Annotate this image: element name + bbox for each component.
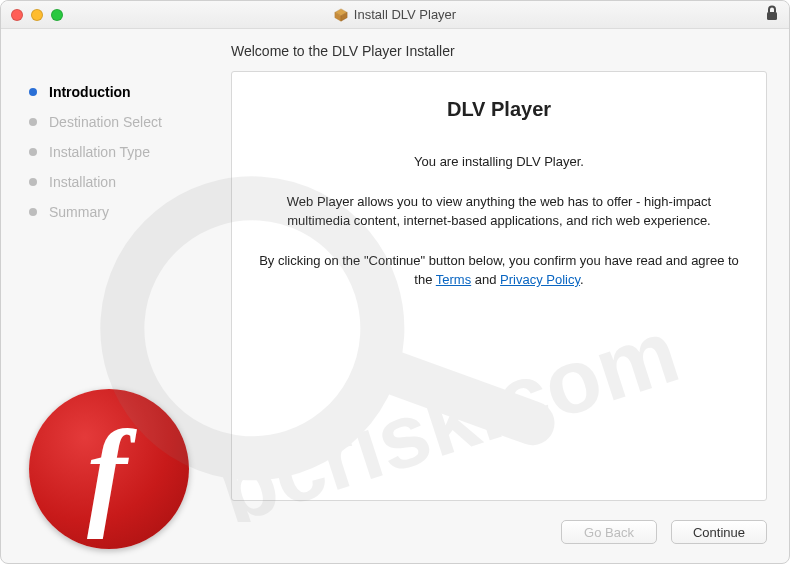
consent-and: and (471, 272, 500, 287)
zoom-icon[interactable] (51, 9, 63, 21)
step-summary: Summary (29, 197, 231, 227)
installer-window: Install DLV Player Welcome to the DLV Pl… (0, 0, 790, 564)
lock-icon[interactable] (765, 5, 779, 25)
step-introduction: Introduction (29, 77, 231, 107)
window-title-text: Install DLV Player (354, 7, 456, 22)
minimize-icon[interactable] (31, 9, 43, 21)
window-title: Install DLV Player (1, 7, 789, 22)
package-icon (334, 8, 348, 22)
page-title: Welcome to the DLV Player Installer (1, 29, 789, 71)
step-label: Installation Type (49, 144, 150, 160)
window-controls (11, 9, 63, 21)
titlebar: Install DLV Player (1, 1, 789, 29)
consent-suffix: . (580, 272, 584, 287)
flash-f-glyph: f (87, 413, 127, 533)
main-panel: DLV Player You are installing DLV Player… (231, 71, 767, 501)
terms-link[interactable]: Terms (436, 272, 471, 287)
step-installation: Installation (29, 167, 231, 197)
flash-logo-icon: f (29, 389, 189, 549)
panel-consent: By clicking on the "Continue" button bel… (256, 251, 742, 290)
panel-text-2: Web Player allows you to view anything t… (256, 192, 742, 231)
bullet-icon (29, 118, 37, 126)
step-label: Destination Select (49, 114, 162, 130)
bullet-icon (29, 208, 37, 216)
svg-marker-2 (341, 12, 347, 21)
panel-title: DLV Player (256, 94, 742, 124)
step-label: Installation (49, 174, 116, 190)
close-icon[interactable] (11, 9, 23, 21)
svg-rect-3 (767, 12, 777, 20)
step-destination-select: Destination Select (29, 107, 231, 137)
bullet-icon (29, 88, 37, 96)
go-back-button: Go Back (561, 520, 657, 544)
step-installation-type: Installation Type (29, 137, 231, 167)
panel-text-1: You are installing DLV Player. (256, 152, 742, 172)
bullet-icon (29, 178, 37, 186)
step-label: Summary (49, 204, 109, 220)
step-label: Introduction (49, 84, 131, 100)
continue-button[interactable]: Continue (671, 520, 767, 544)
svg-marker-0 (335, 8, 347, 15)
svg-marker-1 (335, 12, 341, 21)
bullet-icon (29, 148, 37, 156)
privacy-link[interactable]: Privacy Policy (500, 272, 580, 287)
